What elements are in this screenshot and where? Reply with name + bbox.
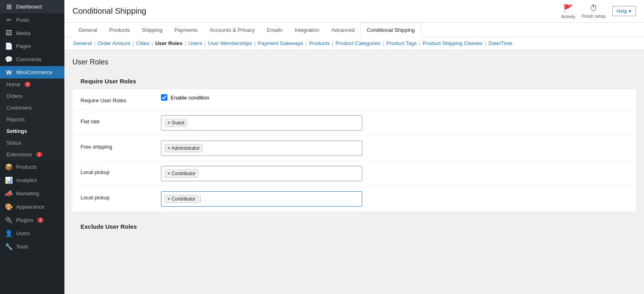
pages-icon: 📄 [5,42,13,50]
subnav-order-amount[interactable]: Order Amount [98,40,130,46]
enable-condition-row-content: Enable condition [161,94,628,101]
subnav-product-tags[interactable]: Product Tags [386,40,417,46]
flat-rate-tag-guest: × Guest [165,119,187,127]
subnav-payment-gateways[interactable]: Payment Gateways [258,40,303,46]
comments-icon: 💬 [5,56,13,63]
sidebar-item-home[interactable]: Home 3 [0,79,64,90]
sidebar-item-woocommerce[interactable]: W WooCommerce [0,66,64,79]
posts-icon: ✏ [5,16,13,24]
free-shipping-input[interactable]: × Administrator [161,141,362,156]
media-icon: 🖼 [5,29,13,37]
local-pickup-2-input[interactable]: × Contributor [161,191,362,207]
local-pickup-1-label: Local pickup [72,161,153,186]
extensions-badge: 1 [36,152,43,157]
sidebar-item-extensions[interactable]: Extensions 1 [0,149,64,160]
marketing-icon: 📣 [5,190,13,197]
subnav-products[interactable]: Products [309,40,330,46]
local-pickup-1-text-input[interactable] [200,171,359,177]
require-section-card: Require User Roles Require User Roles En… [72,73,636,212]
sidebar-item-status[interactable]: Status [0,137,64,149]
sidebar-item-tools[interactable]: 🔧 Tools [0,240,64,253]
local-pickup-2-row: Local pickup × Contributor [72,186,636,212]
sidebar-item-orders[interactable]: Orders [0,90,64,102]
subnav-users[interactable]: Users [188,40,202,46]
help-button[interactable]: Help ▾ [612,6,636,16]
sidebar-item-analytics[interactable]: 📊 Analytics [0,174,64,187]
enable-condition-cell: Enable condition [153,89,636,110]
sidebar-item-products[interactable]: 📦 Products [0,160,64,174]
tools-icon: 🔧 [5,243,13,251]
subnav-product-categories[interactable]: Product Categories [336,40,380,46]
tab-accounts-privacy[interactable]: Accounts & Privacy [204,23,261,37]
local-pickup-1-row: Local pickup × Contributor [72,161,636,186]
require-section-heading: Require User Roles [72,73,636,89]
products-icon: 📦 [5,163,13,171]
tab-emails[interactable]: Emails [261,23,289,37]
sidebar-item-settings[interactable]: Settings [0,125,64,137]
dashboard-icon: ⊞ [5,3,13,10]
sidebar-item-media[interactable]: 🖼 Media [0,27,64,39]
sidebar-item-appearance[interactable]: 🎨 Appearance [0,200,64,213]
enable-condition-text: Enable condition [171,95,209,101]
exclude-section-card: Exclude User Roles [72,218,636,235]
sidebar-item-plugins[interactable]: 🔌 Plugins 1 [0,213,64,227]
woocommerce-icon: W [5,69,13,76]
activity-button[interactable]: 🚩 Activity [561,4,575,19]
free-shipping-label: Free shipping [72,136,153,161]
free-shipping-tag-admin: × Administrator [165,144,202,152]
local-pickup-1-input[interactable]: × Contributor [161,166,362,181]
local-pickup-2-tag-contributor: × Contributor [165,195,198,203]
exclude-section-heading: Exclude User Roles [72,218,636,235]
page-title: Conditional Shipping [72,6,146,16]
sidebar-item-posts[interactable]: ✏ Posts [0,13,64,27]
local-pickup-1-cell: × Contributor [153,161,636,186]
main-content: Conditional Shipping 🚩 Activity ⏱ Finish… [64,0,644,294]
sidebar: ⊞ Dashboard ✏ Posts 🖼 Media 📄 Pages 💬 Co… [0,0,64,294]
woocommerce-submenu: Home 3 Orders Customers Reports Settings… [0,79,64,160]
tab-integration[interactable]: Integration [289,23,325,37]
sidebar-item-customers[interactable]: Customers [0,102,64,114]
flat-rate-input[interactable]: × Guest [161,115,362,130]
subnav-date-time[interactable]: Date/Time [489,40,512,46]
sidebar-item-marketing[interactable]: 📣 Marketing [0,187,64,200]
subnav: General | Order Amount | Cities | User R… [64,37,644,50]
sidebar-item-pages[interactable]: 📄 Pages [0,39,64,53]
topbar: Conditional Shipping 🚩 Activity ⏱ Finish… [64,0,644,23]
sidebar-item-dashboard[interactable]: ⊞ Dashboard [0,0,64,13]
flat-rate-text-input[interactable] [189,120,359,126]
topbar-actions: 🚩 Activity ⏱ Finish setup Help ▾ [561,4,636,19]
subnav-product-shipping-classes[interactable]: Product Shipping Classes [423,40,483,46]
flat-rate-cell: × Guest [153,110,636,136]
require-user-roles-label: Require User Roles [72,89,153,110]
tab-payments[interactable]: Payments [168,23,204,37]
enable-condition-checkbox[interactable] [161,94,167,101]
sidebar-item-comments[interactable]: 💬 Comments [0,53,64,66]
local-pickup-2-cell: × Contributor [153,186,636,212]
subnav-cities[interactable]: Cities [136,40,149,46]
tab-general[interactable]: General [72,23,103,37]
local-pickup-2-label: Local pickup [72,186,153,212]
home-badge: 3 [25,82,31,87]
sidebar-item-reports[interactable]: Reports [0,114,64,125]
tab-products[interactable]: Products [103,23,136,37]
content-area: General Products Shipping Payments Accou… [64,23,644,294]
free-shipping-text-input[interactable] [204,145,359,151]
section-title: User Roles [72,58,636,66]
users-icon: 👤 [5,230,13,237]
flat-rate-row: Flat rate × Guest [72,110,636,136]
sidebar-item-users[interactable]: 👤 Users [0,227,64,240]
subnav-user-roles[interactable]: User Roles [155,40,183,46]
finish-setup-button[interactable]: ⏱ Finish setup [582,4,605,19]
tab-shipping[interactable]: Shipping [136,23,169,37]
tab-conditional-shipping[interactable]: Conditional Shipping [361,23,421,37]
tabs-container: General Products Shipping Payments Accou… [64,23,644,37]
enable-condition-row: Require User Roles Enable condition [72,89,636,110]
subnav-user-memberships[interactable]: User Memberships [208,40,252,46]
finish-setup-icon: ⏱ [590,4,598,13]
free-shipping-row: Free shipping × Administrator [72,136,636,161]
subnav-general[interactable]: General [73,40,92,46]
plugins-badge: 1 [37,217,44,223]
tab-advanced[interactable]: Advanced [325,23,361,37]
local-pickup-2-text-input[interactable] [200,196,359,202]
free-shipping-cell: × Administrator [153,136,636,161]
